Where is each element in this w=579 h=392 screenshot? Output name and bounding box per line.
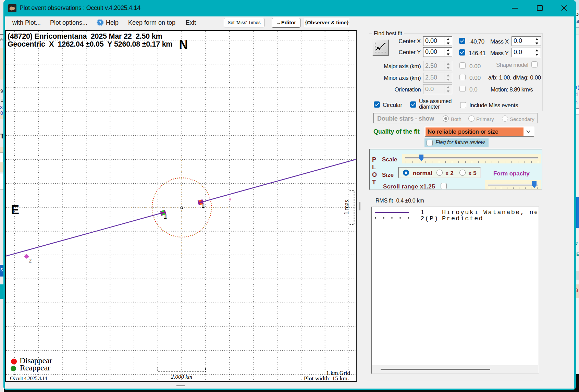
svg-text:2: 2 xyxy=(29,257,32,264)
svg-text:?: ? xyxy=(99,20,101,25)
